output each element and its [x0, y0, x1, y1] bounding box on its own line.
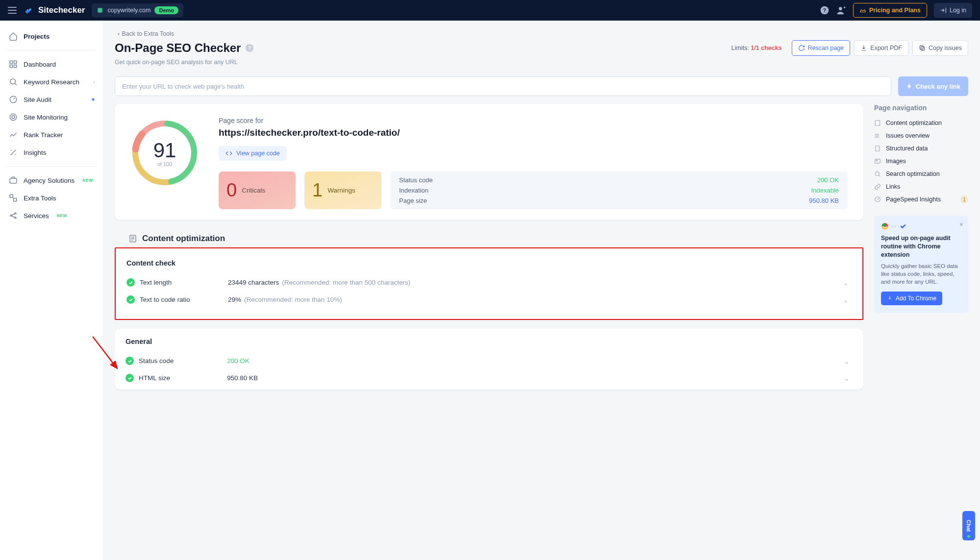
score-of-label: of 100 — [157, 161, 173, 167]
top-bar: Sitechecker copywritely.com Demo ? Prici… — [0, 0, 980, 21]
pricing-and-plans-button[interactable]: Pricing and Plans — [853, 3, 927, 18]
sidebar-item-extra-tools[interactable]: Extra Tools — [3, 189, 100, 207]
link-icon — [874, 183, 881, 190]
score-gauge: 91 of 100 — [130, 119, 199, 187]
sidebar-label: Insights — [24, 149, 47, 156]
pgnav-structured-data[interactable]: Structured data — [874, 142, 968, 155]
svg-point-29 — [876, 160, 877, 161]
sidebar-item-rank-tracker[interactable]: Rank Tracker — [3, 126, 100, 144]
svg-rect-13 — [10, 195, 13, 197]
check-row-text-to-code-ratio[interactable]: Text to code ratio 29% (Recommended: mor… — [126, 291, 852, 308]
svg-rect-28 — [875, 159, 880, 163]
pgnav-pagespeed-insights[interactable]: PageSpeed Insights1 — [874, 193, 968, 206]
check-any-link-button[interactable]: Check any link — [898, 76, 968, 96]
export-pdf-button[interactable]: Export PDF — [854, 40, 908, 56]
chrome-icon — [881, 222, 889, 230]
score-value: 91 — [153, 139, 176, 162]
svg-rect-26 — [875, 121, 879, 126]
score-card: 91 of 100 Page score for https://siteche… — [115, 104, 863, 220]
sidebar-label: Projects — [24, 33, 50, 40]
svg-rect-18 — [921, 47, 925, 50]
pgnav-search-optimization[interactable]: Search optimization — [874, 168, 968, 180]
svg-text:?: ? — [823, 7, 827, 13]
help-icon[interactable]: ? — [820, 5, 829, 15]
pgnav-issues-overview[interactable]: Issues overview — [874, 129, 968, 142]
help-tooltip-icon[interactable]: ? — [246, 44, 253, 52]
pgnav-images[interactable]: Images — [874, 155, 968, 168]
close-icon[interactable]: × — [959, 220, 963, 228]
kpi-warnings[interactable]: 1 Warnings — [304, 171, 381, 209]
svg-rect-12 — [10, 178, 17, 183]
pgnav-links[interactable]: Links — [874, 180, 968, 193]
sidebar-item-dashboard[interactable]: Dashboard — [3, 55, 100, 73]
success-check-icon — [126, 278, 135, 287]
success-check-icon — [126, 295, 135, 304]
kpi-criticals[interactable]: 0 Criticals — [219, 171, 296, 209]
svg-rect-27 — [876, 146, 879, 151]
content-check-card: Content check Text length 23449 characte… — [115, 247, 863, 320]
svg-rect-5 — [14, 61, 17, 63]
sitechecker-icon — [899, 222, 907, 230]
check-row-html-size[interactable]: HTML size 950.80 KB ⌄ — [126, 369, 853, 387]
svg-rect-7 — [14, 65, 17, 68]
svg-rect-6 — [10, 65, 12, 68]
sidebar-item-projects[interactable]: Projects — [3, 27, 100, 45]
briefcase-icon — [9, 176, 18, 185]
sidebar-item-agency-solutions[interactable]: Agency Solutions NEW — [3, 171, 100, 189]
sidebar-item-site-audit[interactable]: Site Audit — [3, 91, 100, 108]
trend-icon — [9, 130, 18, 139]
search-icon — [874, 170, 881, 177]
monitor-icon — [9, 113, 18, 122]
score-label: Page score for — [219, 117, 848, 124]
view-page-code-button[interactable]: View page code — [219, 146, 287, 161]
sidebar-label: Rank Tracker — [24, 131, 63, 139]
login-button[interactable]: Log in — [934, 3, 972, 18]
sidebar: Projects Dashboard Keyword Research › Si… — [0, 21, 103, 560]
dashboard-icon — [9, 60, 18, 69]
refresh-icon — [798, 45, 805, 51]
bolt-icon — [906, 83, 913, 90]
chat-widget-button[interactable]: Chat — [962, 511, 975, 540]
sidebar-item-services[interactable]: Services NEW — [3, 207, 100, 224]
sidebar-item-insights[interactable]: Insights — [3, 144, 100, 161]
issue-count-badge: 1 — [960, 195, 968, 203]
chevron-left-icon: ‹ — [118, 30, 120, 37]
svg-rect-0 — [98, 8, 102, 12]
general-title: General — [126, 338, 853, 345]
check-row-text-length[interactable]: Text length 23449 characters (Recommende… — [126, 274, 852, 291]
document-icon — [874, 145, 881, 152]
general-card: General Status code 200 OK ⌄ HTML size 9… — [115, 329, 863, 390]
svg-point-16 — [15, 213, 16, 214]
add-to-chrome-button[interactable]: Add To Chrome — [881, 292, 942, 305]
svg-point-11 — [12, 116, 15, 119]
chevron-down-icon[interactable]: ⌄ — [843, 296, 849, 304]
url-input[interactable] — [115, 76, 891, 96]
success-check-icon — [126, 357, 134, 365]
svg-rect-14 — [14, 198, 17, 201]
brand-name: Sitechecker — [38, 5, 85, 15]
chevron-down-icon[interactable]: ⌄ — [844, 374, 850, 382]
back-link[interactable]: ‹ Back to Extra Tools — [118, 30, 174, 37]
copy-issues-button[interactable]: Copy issues — [912, 40, 968, 56]
demo-project-chip[interactable]: copywritely.com Demo — [92, 3, 183, 17]
chevron-down-icon[interactable]: ⌄ — [843, 279, 849, 287]
sidebar-item-site-monitoring[interactable]: Site Monitoring — [3, 108, 100, 126]
svg-rect-19 — [920, 46, 923, 49]
page-navigation-heading: Page navigation — [874, 104, 968, 112]
rescan-button[interactable]: Rescan page — [792, 40, 851, 56]
brand-logo[interactable]: Sitechecker — [24, 5, 85, 16]
chevron-down-icon[interactable]: ⌄ — [844, 357, 850, 365]
sidebar-label: Keyword Research — [24, 78, 79, 86]
page-subtitle: Get quick on-page SEO analysis for any U… — [115, 59, 968, 66]
search-settings-icon — [9, 77, 18, 86]
limits-text: Limits: 1/1 checks — [731, 45, 782, 51]
sidebar-item-keyword-research[interactable]: Keyword Research › — [3, 73, 100, 91]
add-user-icon[interactable] — [836, 5, 846, 15]
sidebar-label: Extra Tools — [24, 195, 56, 202]
svg-point-15 — [10, 215, 12, 217]
pgnav-content-optimization[interactable]: Content optimization — [874, 117, 968, 129]
home-icon — [9, 32, 18, 41]
check-row-status-code[interactable]: Status code 200 OK ⌄ — [126, 352, 853, 369]
hamburger-menu-icon[interactable] — [8, 7, 17, 14]
image-icon — [874, 158, 881, 165]
